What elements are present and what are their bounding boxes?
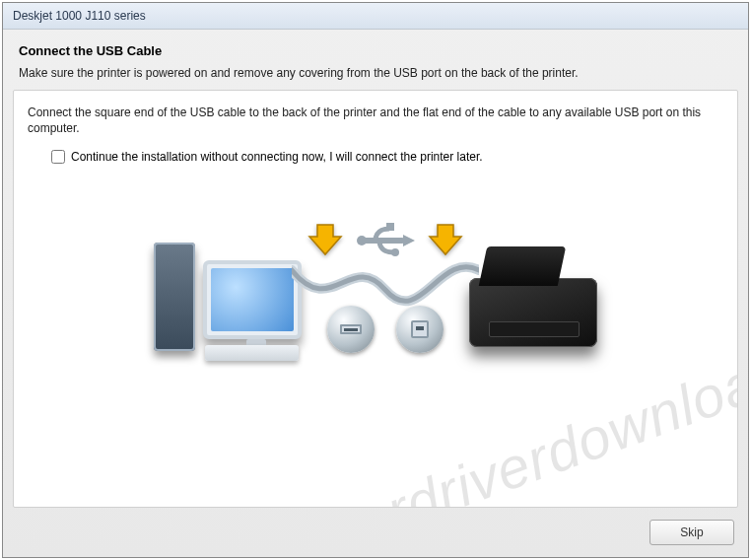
page-subtext: Make sure the printer is powered on and …: [19, 66, 732, 80]
instruction-text: Connect the square end of the USB cable …: [28, 105, 723, 136]
svg-rect-1: [362, 238, 405, 244]
footer-bar: Skip: [3, 508, 748, 557]
header-section: Connect the USB Cable Make sure the prin…: [3, 30, 748, 90]
connection-illustration: [28, 183, 723, 361]
content-panel: Connect the square end of the USB cable …: [13, 90, 738, 508]
skip-connect-label: Continue the installation without connec…: [71, 150, 483, 164]
skip-button[interactable]: Skip: [649, 520, 734, 545]
printer-icon: [459, 203, 607, 361]
page-heading: Connect the USB Cable: [19, 43, 732, 58]
arrow-down-icon: [428, 223, 463, 258]
title-bar: Deskjet 1000 J110 series: [3, 3, 748, 30]
svg-rect-2: [386, 223, 394, 231]
computer-icon: [144, 203, 311, 361]
usb-a-plug-icon: [327, 306, 375, 353]
arrow-down-icon: [307, 223, 343, 258]
usb-b-plug-icon: [396, 306, 444, 353]
window-title: Deskjet 1000 J110 series: [13, 9, 146, 23]
usb-cable-icon: [292, 260, 479, 319]
installer-window: Deskjet 1000 J110 series Connect the USB…: [2, 2, 749, 558]
svg-point-3: [391, 248, 399, 256]
cable-area: [311, 203, 459, 361]
skip-connect-checkbox[interactable]: [51, 150, 65, 164]
skip-connect-checkbox-row[interactable]: Continue the installation without connec…: [28, 150, 723, 164]
usb-icon: [354, 221, 417, 260]
